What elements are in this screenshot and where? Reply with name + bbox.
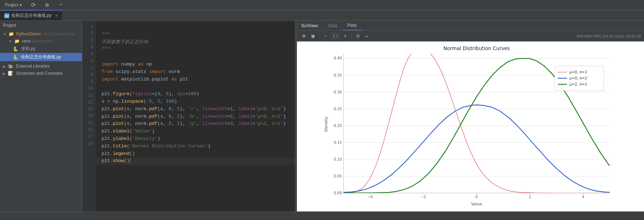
qiuhe-label: 求和.py: [21, 46, 35, 52]
sidebar-item-scratches[interactable]: ▶ 📝 Scratches and Consoles: [0, 70, 82, 77]
sidebar-header: Project: [0, 21, 82, 30]
y-tick-labels: 0.00 0.05 0.10 0.15 0.20 0.25 0.30 0.35 …: [334, 56, 342, 195]
x-axis-label: Value: [471, 202, 482, 206]
svg-text:−4: −4: [367, 195, 373, 199]
ln-16: 16: [82, 127, 96, 133]
curve-blue: [343, 105, 610, 192]
sidebar-item-external-libs[interactable]: ▶ 📚 External Libraries: [0, 63, 82, 70]
legend-label-red: μ=0, σ=1: [569, 70, 587, 74]
sciview-panel: SciView: Data Plots ⊞ ▦ − 1:1 + ⊡ ✏ 800x…: [297, 21, 644, 211]
ln-5: 5: [82, 51, 96, 58]
ln-9: 9: [82, 79, 96, 85]
edit-btn[interactable]: ✏: [363, 32, 371, 40]
svg-text:−2: −2: [421, 195, 426, 199]
ln-8: 8: [82, 72, 96, 78]
legend-label-green: μ=2, σ=1: [569, 82, 587, 86]
sidebar-item-main[interactable]: 🐍 绘制正态分布曲线.py: [0, 53, 82, 61]
ln-2: 2: [82, 30, 96, 37]
table-btn[interactable]: ▦: [309, 32, 317, 40]
sidebar-item-project[interactable]: ▼ 📁 PythonDemo D:\PyCharmProje: [0, 30, 82, 38]
tab-main-file[interactable]: py 绘制正态分布曲线.py ✕: [0, 10, 63, 20]
svg-text:0.05: 0.05: [334, 174, 342, 178]
sidebar: Project ▼ 📁 PythonDemo D:\PyCharmProje ▼…: [0, 21, 82, 211]
toolbar-minus[interactable]: −: [57, 1, 65, 9]
code-line-5: import numpy as np: [102, 62, 152, 67]
grid-btn[interactable]: ⊞: [300, 32, 308, 40]
ln-15: 15: [82, 120, 96, 127]
svg-text:0: 0: [475, 195, 478, 199]
code-editor[interactable]: """ 不同参数下的正态分布 """ import numpy as np fr…: [96, 21, 295, 211]
main-content: Project ▼ 📁 PythonDemo D:\PyCharmProje ▼…: [0, 21, 644, 211]
sciview-toolbar: ⊞ ▦ − 1:1 + ⊡ ✏ 800x600 PNG (24-bit colo…: [297, 31, 644, 41]
project-name: PythonDemo: [16, 31, 41, 36]
venv-icon: 📁: [14, 39, 20, 44]
file-info: 800x600 PNG (24-bit color) 46.66 kB: [577, 34, 641, 38]
legend-label-blue: μ=0, σ=2: [569, 76, 587, 80]
sidebar-item-qiuhe[interactable]: 🐍 求和.py: [0, 45, 82, 53]
code-container[interactable]: 1 2 3 4 5 6 7 8 9 10 11 12 13 14 15 16 1…: [82, 21, 295, 211]
code-line-12: plt.plot(x, norm.pdf(x, 0, 2), 'b', line…: [102, 114, 286, 119]
arrow-icon: ▼: [9, 39, 12, 43]
tab-close-button[interactable]: ✕: [55, 14, 58, 18]
code-line-7: import matplotlib.pyplot as plt: [102, 77, 188, 82]
menu-bar: Project ▾ ⟳ ⚙ −: [0, 0, 644, 10]
ln-3: 3: [82, 37, 96, 44]
toolbar-gear[interactable]: ⚙: [43, 1, 51, 9]
code-line-11: plt.plot(x, norm.pdf(x, 0, 1), 'r', line…: [102, 106, 286, 112]
sep1: [319, 33, 319, 39]
chart-title: Normal Distribution Curves: [443, 45, 510, 51]
ln-6: 6: [82, 58, 96, 65]
svg-text:0.30: 0.30: [334, 90, 342, 94]
py-icon: 🐍: [13, 47, 18, 52]
ln-14: 14: [82, 113, 96, 119]
main-file-label: 绘制正态分布曲线.py: [21, 54, 61, 60]
ln-7: 7: [82, 65, 96, 72]
code-line-17: plt.legend(): [102, 151, 135, 156]
svg-text:0.00: 0.00: [334, 191, 342, 195]
code-line-18: plt.show()▏: [96, 157, 295, 165]
status-bar: [0, 211, 644, 220]
editor-area: 1 2 3 4 5 6 7 8 9 10 11 12 13 14 15 16 1…: [82, 21, 295, 211]
svg-text:0.15: 0.15: [334, 140, 342, 145]
sciview-tools: ⊞ ▦ − 1:1 + ⊡ ✏: [300, 32, 371, 40]
extlib-label: External Libraries: [16, 64, 49, 69]
code-line-13: plt.plot(x, norm.pdf(x, 2, 1), 'g', line…: [102, 121, 286, 126]
svg-text:0.35: 0.35: [334, 73, 342, 77]
code-line-14: plt.xlabel('Value'): [102, 128, 155, 134]
zoom-out-btn[interactable]: −: [322, 32, 330, 40]
code-line-1: """: [102, 32, 110, 37]
arrow-icon: ▶: [3, 64, 6, 68]
venv-label: venv library root: [22, 39, 52, 44]
sciview-tab-plots[interactable]: Plots: [342, 21, 362, 30]
ln-18: 18: [82, 140, 96, 147]
code-line-6: from scipy.stats import norm: [102, 69, 180, 74]
line-numbers: 1 2 3 4 5 6 7 8 9 10 11 12 13 14 15 16 1…: [82, 21, 96, 211]
svg-text:0.10: 0.10: [334, 157, 342, 161]
ln-17: 17: [82, 133, 96, 140]
extlib-icon: 📚: [8, 64, 13, 69]
python-file-icon: py: [4, 13, 9, 18]
ln-11: 11: [82, 92, 96, 99]
sidebar-item-venv[interactable]: ▼ 📁 venv library root: [0, 38, 82, 45]
chart-container: Normal Distribution Curves: [297, 41, 644, 211]
code-line-2: 不同参数下的正态分布: [102, 39, 148, 45]
svg-text:0.20: 0.20: [334, 123, 342, 128]
sidebar-header-label: Project: [3, 23, 16, 28]
sciview-tab-data[interactable]: Data: [323, 21, 342, 30]
code-line-16: plt.title('Normal Distribution Curves'): [102, 143, 210, 149]
x-tick-labels: −4 −2 0 2 4: [367, 195, 585, 199]
scratches-label: Scratches and Consoles: [16, 71, 63, 76]
tab-label: 绘制正态分布曲线.py: [11, 13, 52, 19]
arrow-icon: ▶: [3, 72, 6, 75]
actual-size-btn[interactable]: 1:1: [331, 33, 340, 39]
zoom-in-btn[interactable]: +: [341, 32, 349, 40]
x-ticks: [370, 193, 583, 195]
ln-12: 12: [82, 99, 96, 106]
fit-btn[interactable]: ⊡: [354, 32, 362, 40]
svg-text:4: 4: [582, 195, 585, 199]
toolbar-sync[interactable]: ⟳: [30, 1, 38, 9]
svg-text:2: 2: [529, 195, 531, 199]
project-icon: 📁: [9, 31, 14, 36]
menu-project[interactable]: Project ▾: [3, 2, 24, 8]
sciview-tab-bar: SciView: Data Plots: [297, 21, 644, 31]
